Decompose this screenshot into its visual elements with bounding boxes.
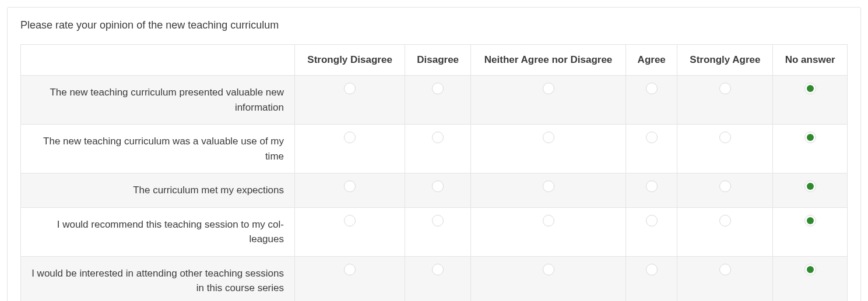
radio-option[interactable] bbox=[543, 132, 554, 143]
matrix-cell bbox=[773, 76, 848, 125]
radio-option[interactable] bbox=[719, 83, 731, 94]
radio-option[interactable] bbox=[432, 215, 444, 226]
matrix-cell bbox=[626, 207, 677, 256]
radio-option[interactable] bbox=[543, 83, 554, 94]
radio-option[interactable] bbox=[646, 132, 658, 143]
matrix-cell bbox=[471, 125, 626, 173]
matrix-cell bbox=[295, 207, 405, 256]
matrix-cell bbox=[405, 256, 471, 301]
matrix-row: The curriculum met my expections bbox=[21, 173, 848, 208]
radio-option[interactable] bbox=[344, 83, 356, 94]
radio-option[interactable] bbox=[543, 264, 554, 275]
radio-option[interactable] bbox=[719, 264, 731, 275]
matrix-cell bbox=[773, 207, 848, 256]
radio-option[interactable] bbox=[344, 180, 356, 192]
matrix-cell bbox=[471, 256, 626, 301]
row-label: I would be interested in attending other… bbox=[21, 256, 295, 301]
matrix-cell bbox=[677, 207, 773, 256]
matrix-cell bbox=[677, 125, 773, 173]
matrix-cell bbox=[677, 256, 773, 301]
matrix-cell bbox=[626, 173, 677, 208]
matrix-row: I would be interested in attending other… bbox=[21, 256, 848, 301]
radio-option[interactable] bbox=[344, 132, 356, 143]
matrix-cell bbox=[626, 76, 677, 125]
radio-option[interactable] bbox=[719, 132, 731, 143]
radio-option[interactable] bbox=[804, 215, 816, 226]
matrix-cell bbox=[471, 173, 626, 208]
radio-option[interactable] bbox=[646, 215, 658, 226]
matrix-cell bbox=[626, 125, 677, 173]
matrix-cell bbox=[471, 76, 626, 125]
radio-option[interactable] bbox=[344, 215, 356, 226]
radio-option[interactable] bbox=[804, 132, 816, 143]
scale-header-agree: Agree bbox=[626, 45, 677, 76]
scale-header-strongly-disagree: Strongly Disagree bbox=[295, 45, 405, 76]
matrix-cell bbox=[773, 173, 848, 208]
scale-header-neither: Neither Agree nor Disagree bbox=[471, 45, 626, 76]
radio-option[interactable] bbox=[432, 264, 444, 275]
matrix-cell bbox=[295, 256, 405, 301]
radio-option[interactable] bbox=[543, 215, 554, 226]
radio-option[interactable] bbox=[804, 83, 816, 94]
matrix-cell bbox=[471, 207, 626, 256]
question-title: Please rate your opinion of the new teac… bbox=[20, 19, 848, 31]
radio-option[interactable] bbox=[646, 83, 658, 94]
matrix-cell bbox=[405, 173, 471, 208]
matrix-cell bbox=[626, 256, 677, 301]
matrix-row: I would recommend this teaching session … bbox=[21, 207, 848, 256]
matrix-row: The new teaching curriculum presented va… bbox=[21, 76, 848, 125]
radio-option[interactable] bbox=[432, 83, 444, 94]
matrix-cell bbox=[405, 125, 471, 173]
radio-option[interactable] bbox=[719, 180, 731, 192]
row-label: The new teaching curriculum was a valuab… bbox=[21, 125, 295, 173]
matrix-row: The new teaching curriculum was a valuab… bbox=[21, 125, 848, 173]
matrix-cell bbox=[677, 173, 773, 208]
matrix-cell bbox=[295, 173, 405, 208]
radio-option[interactable] bbox=[646, 264, 658, 275]
radio-option[interactable] bbox=[432, 180, 444, 192]
scale-header-disagree: Disagree bbox=[405, 45, 471, 76]
scale-header-no-answer: No answer bbox=[773, 45, 848, 76]
survey-question-card: Please rate your opinion of the new teac… bbox=[7, 7, 861, 301]
matrix-cell bbox=[295, 76, 405, 125]
matrix-body: The new teaching curriculum presented va… bbox=[21, 76, 848, 302]
row-label: The curriculum met my expections bbox=[21, 173, 295, 208]
matrix-cell bbox=[773, 125, 848, 173]
matrix-cell bbox=[295, 125, 405, 173]
matrix-cell bbox=[405, 76, 471, 125]
radio-option[interactable] bbox=[432, 132, 444, 143]
likert-matrix: Strongly Disagree Disagree Neither Agree… bbox=[20, 44, 848, 301]
row-label: The new teaching curriculum presented va… bbox=[21, 76, 295, 125]
matrix-cell bbox=[405, 207, 471, 256]
radio-option[interactable] bbox=[344, 264, 356, 275]
matrix-corner-blank bbox=[21, 45, 295, 76]
radio-option[interactable] bbox=[719, 215, 731, 226]
radio-option[interactable] bbox=[804, 180, 816, 192]
row-label: I would recommend this teaching session … bbox=[21, 207, 295, 256]
matrix-cell bbox=[677, 76, 773, 125]
radio-option[interactable] bbox=[646, 180, 658, 192]
radio-option[interactable] bbox=[543, 180, 554, 192]
matrix-cell bbox=[773, 256, 848, 301]
scale-header-strongly-agree: Strongly Agree bbox=[677, 45, 773, 76]
radio-option[interactable] bbox=[804, 264, 816, 275]
